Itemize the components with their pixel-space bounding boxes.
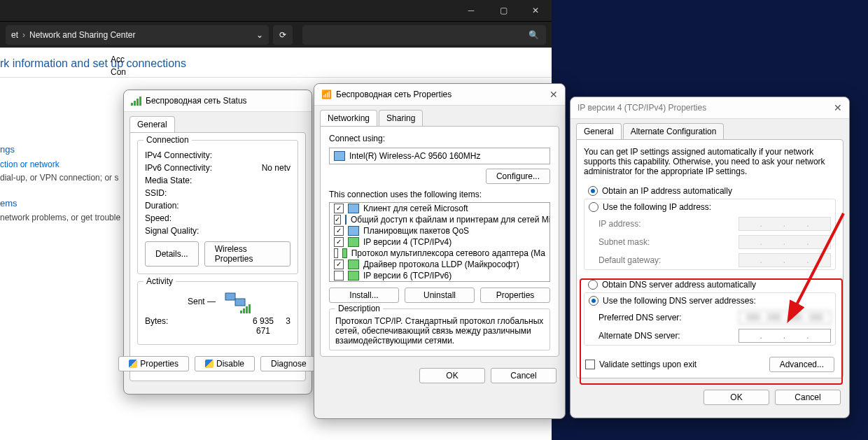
protocol-icon — [348, 271, 359, 281]
tab-panel: Connect using: Intel(R) Wireless-AC 9560… — [320, 126, 559, 357]
ok-button[interactable]: OK — [704, 390, 769, 405]
tab-networking[interactable]: Networking — [320, 110, 377, 126]
list-item[interactable]: ✓Клиент для сетей Microsoft — [330, 203, 550, 214]
label: Default gateway: — [598, 255, 661, 265]
section-header: ems — [0, 192, 123, 211]
chevron-down-icon[interactable]: ⌄ — [256, 30, 263, 40]
configure-button[interactable]: Configure... — [486, 169, 550, 184]
default-gateway-input: ... — [738, 253, 831, 267]
list-item[interactable]: ✓IP версии 4 (TCP/IPv4) — [330, 236, 550, 248]
sidebar-link-connection[interactable]: ction or network — [0, 157, 123, 171]
checkbox-icon[interactable] — [334, 248, 338, 258]
radio-obtain-dns[interactable]: Obtain DNS server address automatically — [584, 277, 836, 292]
tab-sharing[interactable]: Sharing — [379, 110, 423, 126]
tab-alternate-config[interactable]: Alternate Configuration — [623, 123, 724, 139]
dialog-title: IP версии 4 (TCP/IPv4) Properties — [578, 103, 834, 113]
tab-panel: Connection IPv4 Connectivity: IPv6 Conne… — [130, 132, 306, 381]
intro-text: You can get IP settings assigned automat… — [584, 147, 836, 183]
checkbox-icon[interactable]: ✓ — [334, 237, 344, 247]
group-legend: Connection — [144, 135, 192, 145]
validate-checkbox[interactable]: Validate settings upon exit — [585, 360, 696, 369]
cancel-button[interactable]: Cancel — [491, 368, 556, 383]
crumb-segment[interactable]: et — [11, 30, 18, 40]
list-item[interactable]: ✓Общий доступ к файлам и принтерам для с… — [330, 214, 550, 225]
install-button[interactable]: Install... — [329, 288, 399, 303]
status-footer-buttons: Properties Disable Diagnose — [130, 352, 305, 376]
label: Subnet mask: — [598, 237, 650, 247]
radio-obtain-ip[interactable]: Obtain an IP address automatically — [584, 183, 836, 199]
wifi-icon — [131, 97, 141, 106]
group-connection: Connection IPv4 Connectivity: IPv6 Conne… — [137, 140, 298, 274]
group-activity: Activity Sent — Bytes: 6 935 671 3 — [137, 281, 298, 345]
radio-use-dns[interactable]: Use the following DNS server addresses: — [584, 293, 835, 308]
dialog-titlebar: Беспроводная сеть Status — [124, 90, 312, 112]
minimize-button[interactable]: ─ — [455, 0, 487, 21]
item-properties-button[interactable]: Properties — [480, 288, 550, 303]
diagnose-button[interactable]: Diagnose — [260, 356, 317, 371]
advanced-button[interactable]: Advanced... — [769, 357, 834, 372]
tab-panel: You can get IP settings assigned automat… — [576, 139, 844, 378]
list-item[interactable]: IP версии 6 (TCP/IPv6) — [330, 270, 550, 281]
uninstall-button[interactable]: Uninstall — [405, 288, 475, 303]
nic-icon — [348, 226, 359, 236]
label: This connection uses the following items… — [325, 185, 554, 199]
alternate-dns-input[interactable]: ... — [738, 329, 831, 343]
checkbox-icon[interactable]: ✓ — [334, 260, 344, 269]
search-icon: 🔍 — [528, 30, 539, 40]
value — [250, 150, 290, 160]
dialog-titlebar: 📶 Беспроводная сеть Properties ✕ — [314, 84, 565, 106]
close-button[interactable]: ✕ — [519, 0, 552, 21]
label: Media State: — [145, 176, 250, 185]
close-button[interactable]: ✕ — [550, 89, 558, 100]
checkbox-icon[interactable] — [334, 271, 344, 281]
radio-icon — [588, 186, 598, 196]
page-title: rk information and set up connections — [0, 48, 552, 76]
ok-button[interactable]: OK — [419, 368, 485, 383]
group-description: Description Протокол TCP/IP. Стандартный… — [329, 308, 550, 350]
tab-general[interactable]: General — [130, 116, 175, 132]
checkbox-icon[interactable]: ✓ — [334, 204, 344, 213]
wireless-properties-button[interactable]: Wireless Properties — [204, 241, 290, 267]
properties-button[interactable]: Properties — [118, 356, 189, 371]
cp-navbar: et › Network and Sharing Center ⌄ ⟳ 🔍 — [0, 21, 552, 48]
checkbox-icon[interactable]: ✓ — [334, 215, 341, 225]
protocol-icon — [342, 248, 347, 258]
subnet-mask-input: ... — [738, 235, 831, 249]
dialog-footer: OK Cancel — [314, 362, 565, 392]
network-activity-icon — [223, 290, 248, 312]
tab-general[interactable]: General — [576, 123, 622, 139]
connection-items-list[interactable]: ✓Клиент для сетей Microsoft✓Общий доступ… — [329, 202, 550, 282]
disable-button[interactable]: Disable — [195, 356, 255, 371]
svg-rect-0 — [225, 293, 235, 300]
nic-icon — [345, 215, 346, 225]
shield-icon — [205, 360, 214, 368]
radio-use-ip[interactable]: Use the following IP address: — [584, 199, 835, 215]
cancel-button[interactable]: Cancel — [775, 390, 841, 405]
protocol-icon — [348, 260, 359, 269]
sidebar-desc: dial-up, or VPN connection; or s — [0, 171, 123, 192]
adapter-field: Intel(R) Wireless-AC 9560 160MHz — [329, 148, 550, 164]
crumb-segment[interactable]: Network and Sharing Center — [29, 30, 135, 40]
checkbox-icon[interactable]: ✓ — [334, 226, 344, 236]
close-button[interactable]: ✕ — [834, 102, 842, 113]
label: SSID: — [145, 188, 250, 198]
cp-search-box[interactable]: 🔍 — [302, 25, 546, 45]
refresh-button[interactable]: ⟳ — [273, 25, 293, 45]
wifi-status-dialog: Беспроводная сеть Status General Connect… — [123, 90, 312, 395]
list-item[interactable]: ✓Планировщик пакетов QoS — [330, 225, 550, 236]
list-item[interactable]: ✓Драйвер протокола LLDP (Майкрософт) — [330, 259, 550, 270]
label: IPv6 Connectivity: — [145, 163, 250, 173]
label: Speed: — [145, 213, 250, 223]
value: No netv — [250, 163, 290, 173]
list-item[interactable]: Протокол мультиплексора сетевого адаптер… — [330, 248, 550, 259]
list-item-label: IP версии 4 (TCP/IPv4) — [363, 237, 451, 247]
breadcrumb[interactable]: et › Network and Sharing Center ⌄ — [6, 25, 269, 45]
chevron-right-icon: › — [22, 30, 25, 40]
maximize-button[interactable]: ▢ — [487, 0, 519, 21]
cp-right-labels: Acc Con — [111, 55, 126, 77]
list-item-label: Планировщик пакетов QoS — [363, 226, 469, 236]
sent-label: Sent — — [188, 297, 216, 306]
preferred-dns-input[interactable]: 000 . 000 . 000 . 000 — [738, 311, 831, 325]
details-button[interactable]: Details... — [145, 241, 199, 267]
section-header: ngs — [0, 139, 123, 157]
